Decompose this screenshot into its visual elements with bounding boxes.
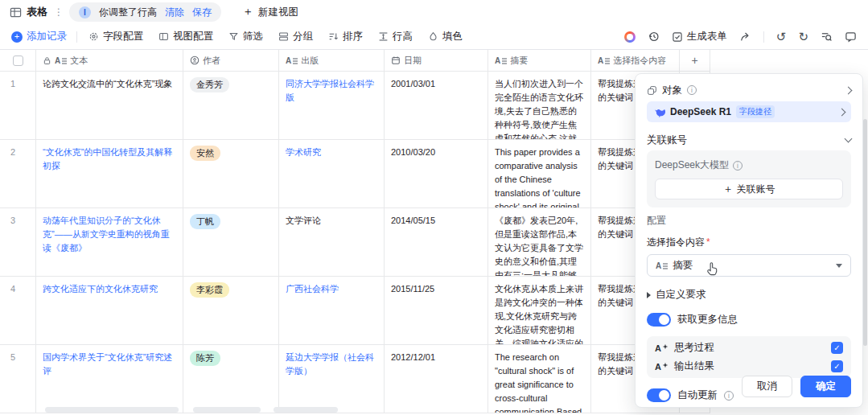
tab-table-view[interactable]: 表格: [10, 5, 47, 19]
output-checkbox[interactable]: ✓: [831, 360, 843, 372]
cell-text[interactable]: 动荡年代里知识分子的“文化休克”——从新文学史重构的视角重读《废都》: [36, 208, 183, 276]
column-header-text[interactable]: A 文本: [36, 50, 183, 71]
author-tag[interactable]: 安然: [190, 146, 220, 161]
cancel-button[interactable]: 取消: [742, 376, 792, 397]
comment-icon[interactable]: [845, 31, 857, 43]
cell-publication[interactable]: 广西社会科学: [279, 277, 385, 344]
tab-more-icon[interactable]: ⋮: [54, 6, 64, 18]
field-config-button[interactable]: 字段配置: [88, 30, 143, 43]
row-number[interactable]: 2: [0, 140, 36, 208]
cell-abstract[interactable]: 《废都》发表已20年,但是重读这部作品,本文认为它更具备了文学史的意义和价值,其…: [488, 208, 591, 276]
info-icon[interactable]: i: [724, 391, 734, 401]
instruction-select[interactable]: A 摘要: [647, 254, 851, 277]
share-icon[interactable]: [739, 31, 751, 43]
more-info-toggle[interactable]: [647, 313, 671, 327]
cell-publication[interactable]: 学术研究: [279, 140, 385, 208]
publication-link[interactable]: 同济大学学报社会科学版: [286, 79, 374, 102]
author-tag[interactable]: 金秀芳: [190, 77, 229, 92]
column-header-publication[interactable]: A 出版: [279, 50, 385, 71]
cell-author[interactable]: 安然: [183, 140, 279, 208]
add-record-button[interactable]: + 添加记录: [11, 30, 67, 43]
linked-account-header[interactable]: 关联账号: [647, 133, 851, 147]
notice-clear-link[interactable]: 清除: [165, 6, 184, 19]
data-table: A 文本 作者 A 出版 日期 A 摘要 A 选择指令内容: [0, 50, 710, 413]
publication-link[interactable]: 文学评论: [286, 216, 321, 225]
add-record-plus-icon: +: [11, 31, 23, 43]
record-title[interactable]: 国内学术界关于“文化休克”研究述评: [43, 352, 172, 376]
sort-button[interactable]: 排序: [328, 30, 363, 43]
generate-form-button[interactable]: 生成表单: [672, 30, 727, 43]
panel-footer: 取消 确定: [742, 376, 851, 397]
fill-color-label: 填色: [442, 30, 463, 43]
row-number[interactable]: 3: [0, 208, 36, 276]
auto-update-toggle[interactable]: [647, 388, 671, 402]
record-title[interactable]: “文化休克”的中国化转型及其解释初探: [43, 147, 172, 171]
vertical-scrollbar[interactable]: [863, 119, 867, 346]
row-height-button[interactable]: 行高: [378, 30, 413, 43]
cell-abstract[interactable]: 当人们初次进入到一个完全陌生的语言文化环境,失去了自己熟悉的种种符号,致使产生焦…: [488, 72, 591, 139]
cell-author[interactable]: 陈芳: [183, 345, 279, 413]
custom-requirement-toggle[interactable]: 自定义要求: [647, 288, 851, 302]
column-header-abstract[interactable]: A 摘要: [488, 50, 591, 71]
column-header-instruction[interactable]: A 选择指令内容: [591, 50, 680, 71]
search-in-view-icon[interactable]: [821, 31, 833, 43]
cell-publication[interactable]: 文学评论: [279, 208, 385, 276]
cell-date[interactable]: 2014/05/15: [385, 208, 488, 276]
undo-icon[interactable]: ↺: [776, 31, 787, 43]
view-config-button[interactable]: 视图配置: [158, 30, 213, 43]
object-row[interactable]: 对象 i: [647, 82, 851, 98]
thinking-checkbox[interactable]: ✓: [831, 342, 843, 354]
author-tag[interactable]: 丁帆: [190, 214, 220, 229]
cell-date[interactable]: 2015/11/25: [385, 277, 488, 344]
cell-date[interactable]: 2010/03/20: [385, 140, 488, 208]
add-account-label: 关联账号: [737, 183, 775, 196]
deepseek-shortcut-row[interactable]: DeepSeek R1 字段捷径: [647, 101, 851, 122]
cell-date[interactable]: 2012/12/01: [385, 345, 488, 413]
custom-requirement-label: 自定义要求: [656, 288, 706, 302]
row-number[interactable]: 1: [0, 72, 36, 139]
cell-author[interactable]: 金秀芳: [183, 72, 279, 139]
cell-text[interactable]: 论跨文化交流中的“文化休克”现象: [36, 72, 183, 139]
redo-icon[interactable]: ↻: [798, 31, 808, 43]
history-icon[interactable]: [648, 31, 660, 43]
author-tag[interactable]: 李彩霞: [190, 282, 229, 298]
record-title[interactable]: 跨文化适应下的文化休克研究: [43, 284, 158, 294]
column-header-date[interactable]: 日期: [385, 50, 488, 71]
new-view-button[interactable]: ＋ 新建视图: [242, 5, 298, 19]
cell-publication[interactable]: 同济大学学报社会科学版: [279, 72, 385, 139]
cell-text[interactable]: “文化休克”的中国化转型及其解释初探: [36, 140, 183, 208]
record-title[interactable]: 论跨文化交流中的“文化休克”现象: [43, 79, 172, 88]
publication-link[interactable]: 学术研究: [286, 147, 321, 157]
column-label: 日期: [404, 55, 422, 67]
record-title[interactable]: 动荡年代里知识分子的“文化休克”——从新文学史重构的视角重读《废都》: [43, 216, 170, 253]
publication-link[interactable]: 延边大学学报（社会科学版）: [286, 352, 374, 376]
column-header-author[interactable]: 作者: [183, 50, 279, 71]
cell-text[interactable]: 国内学术界关于“文化休克”研究述评: [36, 345, 183, 413]
fill-color-button[interactable]: 填色: [428, 30, 463, 43]
cell-date[interactable]: 2001/03/01: [385, 72, 488, 139]
cell-author[interactable]: 丁帆: [183, 208, 279, 276]
add-column-button[interactable]: +: [680, 50, 710, 71]
info-icon[interactable]: i: [687, 85, 697, 95]
output-options-card: A 思考过程 ✓ A 输出结果 ✓: [647, 336, 851, 378]
cell-text[interactable]: 跨文化适应下的文化休克研究: [36, 277, 183, 344]
filter-button[interactable]: 筛选: [228, 30, 263, 43]
record-indicator-icon[interactable]: [624, 31, 636, 43]
cell-publication[interactable]: 延边大学学报（社会科学版）: [279, 345, 385, 413]
cell-author[interactable]: 李彩霞: [183, 277, 279, 344]
row-number[interactable]: 5: [0, 345, 36, 413]
date-value: 2015/11/25: [391, 284, 434, 294]
row-number[interactable]: 4: [0, 277, 36, 344]
cell-abstract[interactable]: This paper provides a comparative analys…: [488, 140, 591, 208]
notice-save-link[interactable]: 保存: [192, 6, 212, 19]
info-icon[interactable]: i: [733, 161, 743, 171]
cell-abstract[interactable]: 文化休克从本质上来讲是跨文化冲突的一种体现,文化休克研究与跨文化适应研究密切相关…: [488, 277, 591, 344]
add-account-button[interactable]: ＋ 关联账号: [655, 179, 843, 199]
select-all-checkbox[interactable]: [13, 55, 23, 66]
confirm-button[interactable]: 确定: [800, 376, 851, 397]
publication-link[interactable]: 广西社会科学: [286, 284, 339, 294]
cell-abstract[interactable]: The research on "cultural shock" is of g…: [488, 345, 591, 413]
author-tag[interactable]: 陈芳: [190, 351, 220, 366]
date-value: 2012/12/01: [391, 352, 435, 362]
group-button[interactable]: 分组: [278, 30, 313, 43]
